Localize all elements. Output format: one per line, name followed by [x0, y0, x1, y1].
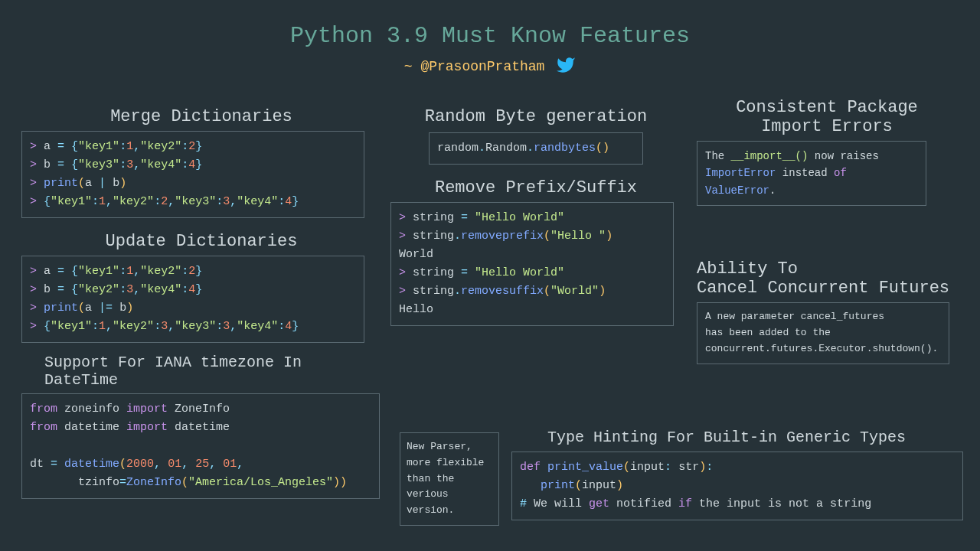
cancel-title: Ability To Cancel Concurrent Futures — [697, 259, 957, 298]
rand-title: Random Byte generation — [390, 107, 681, 126]
update-title: Update Dictionaries — [21, 232, 381, 251]
page-title: Python 3.9 Must Know Features — [0, 0, 980, 49]
twitter-icon — [556, 55, 576, 79]
iana-code: from zoneinfo import ZoneInfo from datet… — [21, 393, 380, 499]
merge-title: Merge Dictionaries — [21, 107, 381, 126]
iana-title: Support For IANA timezone In DateTime — [21, 354, 381, 389]
merge-code: > a = {"key1":1,"key2":2} > b = {"key3":… — [21, 131, 364, 218]
consistent-text: The __import__() now raises ImportError … — [697, 141, 926, 206]
typehint-code: def print_value(input: str): print(input… — [511, 452, 963, 520]
parser-note: New Parser, more flexible than the verio… — [400, 432, 499, 526]
cancel-text: A new parameter cancel_futures has been … — [697, 302, 949, 364]
author-prefix: ~ — [404, 59, 421, 74]
prefix-code: > string = "Hello World" > string.remove… — [390, 202, 674, 326]
consistent-title: Consistent Package Import Errors — [697, 98, 957, 136]
typehint-title: Type Hinting For Built-in Generic Types — [547, 429, 906, 446]
author-line: ~ @PrasoonPratham — [0, 55, 980, 79]
prefix-title: Remove Prefix/Suffix — [390, 178, 681, 197]
rand-code: random.Random.randbytes() — [429, 132, 643, 165]
author-handle: @PrasoonPratham — [420, 59, 544, 74]
update-code: > a = {"key1":1,"key2":2} > b = {"key2":… — [21, 256, 364, 343]
